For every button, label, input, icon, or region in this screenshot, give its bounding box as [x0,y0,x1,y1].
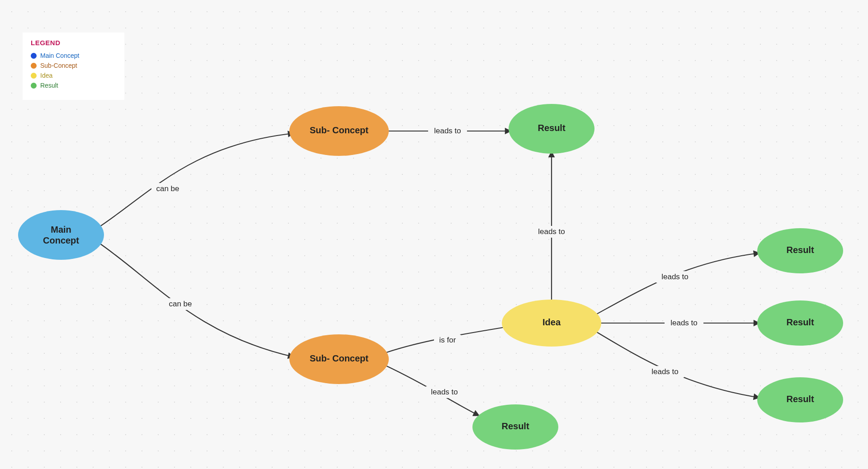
svg-text:Sub- Concept: Sub- Concept [310,125,368,135]
svg-text:is for: is for [439,336,456,344]
edge-idea-to-result-r3: leads to [597,332,760,398]
node-result-right-1[interactable]: Result [757,228,843,273]
svg-text:Result: Result [786,394,814,404]
node-result-bottom[interactable]: Result [472,404,558,450]
svg-text:Result: Result [538,123,565,133]
svg-text:Sub- Concept: Sub- Concept [310,353,368,363]
svg-text:leads to: leads to [661,272,689,281]
node-result-right-2[interactable]: Result [757,300,843,346]
node-result-right-3[interactable]: Result [757,377,843,422]
svg-point-18 [18,210,104,260]
svg-text:Main: Main [51,225,71,234]
svg-text:leads to: leads to [431,388,458,396]
svg-text:leads to: leads to [651,367,679,376]
edge-sub-top-to-result-top: leads to [384,125,511,137]
svg-text:leads to: leads to [538,227,565,236]
edge-idea-to-result-r1: leads to [597,253,760,314]
node-idea[interactable]: Idea [502,300,601,347]
svg-text:can be: can be [156,184,179,193]
diagram-canvas[interactable]: LEGEND Main Concept Sub-Concept Idea Res… [0,0,868,469]
svg-text:Concept: Concept [43,235,79,245]
svg-text:Idea: Idea [542,317,561,327]
svg-text:Result: Result [786,245,814,255]
concept-diagram: can be can be leads to is for leads to l… [0,0,868,469]
svg-text:Result: Result [501,421,529,431]
edge-idea-to-result-r2: leads to [600,317,760,329]
svg-text:leads to: leads to [434,127,461,135]
svg-text:leads to: leads to [670,319,698,327]
node-sub-concept-bottom[interactable]: Sub- Concept [289,334,389,384]
svg-text:Result: Result [786,317,814,327]
node-main-concept[interactable]: Main Concept [18,210,104,260]
edge-idea-to-result-top: leads to [532,151,571,300]
edge-main-to-sub-bot: can be [97,242,294,357]
edge-sub-bot-to-result-bot: leads to [387,366,479,416]
svg-text:can be: can be [169,300,192,308]
edge-sub-bot-to-idea: is for [387,326,511,352]
edge-main-to-sub-top: can be [97,133,294,228]
node-result-top[interactable]: Result [509,104,594,154]
node-sub-concept-top[interactable]: Sub- Concept [289,106,389,156]
